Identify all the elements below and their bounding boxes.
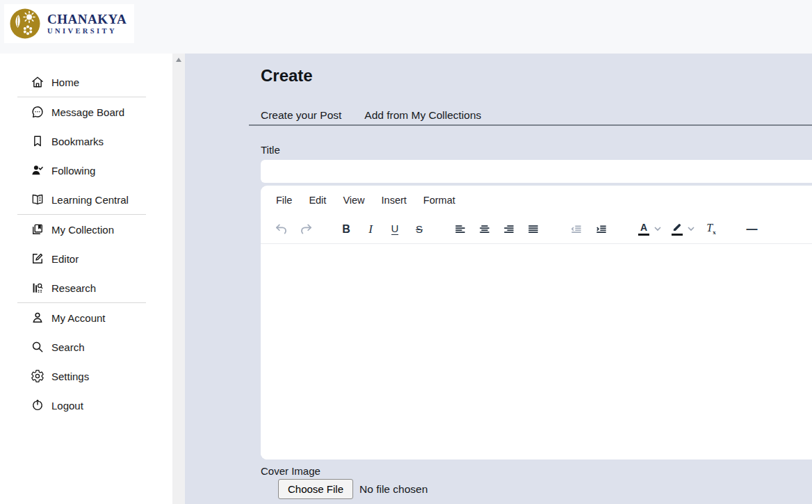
search-icon [31,340,44,354]
editor-content-area[interactable] [261,244,812,460]
sidebar-item-home[interactable]: Home [0,67,172,97]
sidebar-item-search[interactable]: Search [0,332,172,361]
my-account-icon [31,311,44,325]
sidebar-item-label: Following [51,165,95,177]
sidebar-item-my-account[interactable]: My Account [0,303,172,332]
text-color-swatch [638,234,649,236]
highlight-pen-icon [672,222,683,232]
sidebar-item-label: Search [51,341,85,353]
sidebar-item-my-collection[interactable]: My Collection [0,215,172,244]
post-title-input[interactable] [261,160,812,183]
indent-group [567,220,611,239]
sidebar-item-message-board[interactable]: Message Board [0,97,172,127]
clear-formatting-button[interactable]: Tx [701,220,721,239]
highlight-color-split-button[interactable] [668,220,696,239]
align-left-button[interactable] [450,220,470,239]
page-title: Create [261,66,313,86]
sidebar-nav: Home Message Board Bookmarks Following [0,54,172,504]
chevron-down-icon [654,227,661,231]
sidebar-item-bookmarks[interactable]: Bookmarks [0,127,172,156]
cover-image-input: Choose File No file chosen [278,479,428,499]
content-scrollbar[interactable] [172,54,185,504]
sidebar-item-editor[interactable]: Editor [0,244,172,273]
sidebar-item-learning-central[interactable]: Learning Central [0,185,172,214]
format-group: B I U S [336,220,429,239]
rich-text-editor: File Edit View Insert Format [261,186,812,460]
university-name: CHANAKYA UNIVERSITY [47,13,127,35]
file-chosen-status: No file chosen [359,483,428,496]
create-page: Create Create your Post Add from My Coll… [185,54,812,504]
bold-button[interactable]: B [336,220,356,239]
redo-icon [299,222,314,236]
cover-image-label: Cover Image [261,465,320,477]
underline-button[interactable]: U [385,220,405,239]
italic-button[interactable]: I [361,220,380,239]
align-right-icon [502,222,516,236]
menu-view[interactable]: View [334,191,373,209]
sidebar-item-label: Bookmarks [51,136,104,147]
sidebar-item-label: Home [51,76,79,88]
text-color-split-button[interactable]: A [635,220,663,239]
outdent-button[interactable] [567,220,586,239]
chevron-down-icon [688,227,695,231]
learning-central-icon [31,193,44,206]
sidebar-item-logout[interactable]: Logout [0,391,172,420]
bold-icon: B [342,223,350,236]
sidebar-item-label: Research [51,282,96,294]
menu-format[interactable]: Format [415,191,464,209]
justify-icon [526,222,540,236]
undo-icon [274,222,289,236]
underline-icon: U [391,223,399,235]
logout-power-icon [31,398,44,412]
redo-button[interactable] [296,220,316,239]
my-collection-icon [31,222,44,236]
color-group: A [635,220,721,239]
strikethrough-button[interactable]: S [409,220,429,239]
sidebar-item-following[interactable]: Following [0,156,172,185]
menu-edit[interactable]: Edit [300,191,334,209]
sidebar-item-label: Logout [51,400,83,412]
history-group [271,220,316,239]
align-group [450,220,543,239]
menu-insert[interactable]: Insert [373,191,415,209]
align-center-button[interactable] [475,220,494,239]
italic-icon: I [368,222,373,236]
sidebar-item-label: My Collection [51,224,114,236]
text-color-dropdown[interactable] [653,220,663,239]
create-tabs: Create your Post Add from My Collections [261,109,481,122]
horizontal-rule-icon: — [747,223,757,236]
message-board-icon [31,105,44,119]
editor-menubar: File Edit View Insert Format [261,186,812,215]
sidebar-item-settings[interactable]: Settings [0,361,172,391]
sidebar-item-label: Settings [51,371,89,382]
indent-button[interactable] [592,220,611,239]
home-icon [31,75,44,89]
tab-add-from-my-collections[interactable]: Add from My Collections [364,109,481,122]
highlight-color-button[interactable] [668,220,686,239]
university-logo[interactable]: CHANAKYA UNIVERSITY [4,4,134,43]
align-right-button[interactable] [499,220,519,239]
align-center-icon [478,222,492,236]
tab-create-your-post[interactable]: Create your Post [261,109,341,122]
choose-file-button[interactable]: Choose File [278,479,353,499]
horizontal-rule-button[interactable]: — [742,220,761,239]
text-color-icon: A [640,222,647,232]
following-icon [31,163,44,177]
highlight-color-dropdown[interactable] [686,220,696,239]
justify-button[interactable] [523,220,543,239]
logo-line1: CHANAKYA [47,13,127,26]
undo-button[interactable] [271,220,291,239]
scroll-up-arrow-icon[interactable] [176,58,181,62]
editor-icon [31,252,44,266]
outdent-icon [569,222,583,236]
highlight-color-swatch [672,234,683,236]
university-emblem-icon [9,8,41,40]
top-header: CHANAKYA UNIVERSITY [0,0,812,54]
menu-file[interactable]: File [268,191,300,209]
sidebar-item-research[interactable]: Research [0,273,172,302]
sidebar-item-label: My Account [51,312,106,324]
settings-gear-icon [31,369,44,383]
align-left-icon [453,222,467,236]
text-color-button[interactable]: A [635,220,653,239]
indent-icon [594,222,608,236]
